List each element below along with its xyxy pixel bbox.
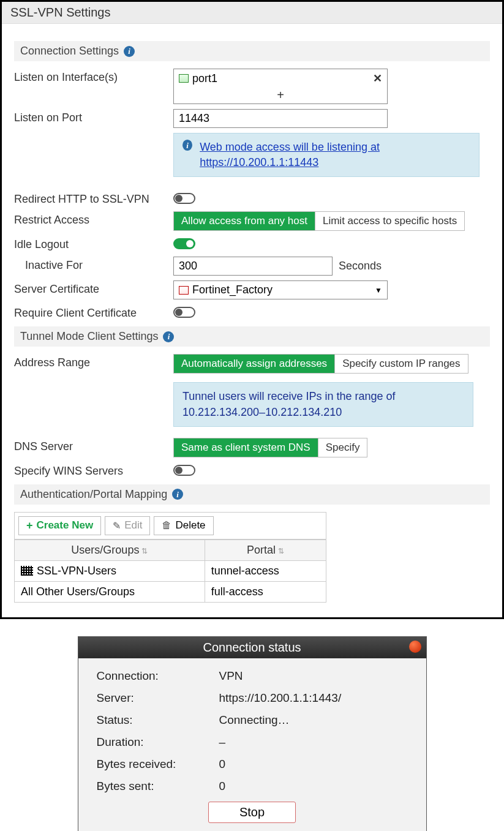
redirect-http-toggle[interactable] [173,193,195,204]
dns-specify-option[interactable]: Specify [318,438,367,457]
dns-server-segment: Same as client system DNS Specify [173,438,367,457]
seconds-unit: Seconds [339,260,382,273]
interface-chip-label: port1 [192,72,217,85]
info-icon[interactable]: i [124,46,135,57]
sort-icon: ⇅ [141,547,148,555]
section-connection-settings: Connection Settings i [14,41,490,61]
label-require-client-cert: Require Client Certificate [14,304,173,320]
require-client-cert-toggle[interactable] [173,307,195,318]
dns-same-option[interactable]: Same as client system DNS [174,438,318,457]
edit-button[interactable]: ✎ Edit [105,516,150,535]
group-icon [21,566,33,576]
section-tunnel-label: Tunnel Mode Client Settings [20,330,158,343]
conn-duration-label: Duration: [97,735,219,749]
address-auto-option[interactable]: Automatically assign addresses [174,355,334,373]
label-inactive-for: Inactive For [14,257,173,272]
connection-status-dialog: Connection status Connection: VPN Server… [78,636,427,831]
tunnel-range-banner: Tunnel users will receive IPs in the ran… [173,382,473,426]
section-tunnel-settings: Tunnel Mode Client Settings i [14,326,490,347]
auth-mapping-table: Users/Groups⇅ Portal⇅ SSL-VPN-Users tunn… [14,540,326,603]
col-portal[interactable]: Portal⇅ [205,540,326,560]
chevron-down-icon: ▼ [375,286,382,295]
idle-logout-toggle[interactable] [173,238,195,249]
interface-icon [179,74,189,83]
tunnel-range-text: Tunnel users will receive IPs in the ran… [182,389,464,419]
specify-wins-toggle[interactable] [173,465,195,476]
conn-status-label: Status: [97,713,219,727]
address-custom-option[interactable]: Specify custom IP ranges [334,355,467,373]
panel-title: SSL-VPN Settings [2,2,502,24]
conn-bytes-tx-label: Bytes sent: [97,780,219,793]
conn-connection-label: Connection: [97,669,219,683]
dialog-title: Connection status [203,641,301,654]
col-users-groups[interactable]: Users/Groups⇅ [15,540,205,560]
inactive-seconds-input[interactable] [173,257,333,276]
info-icon[interactable]: i [172,489,183,500]
server-cert-select[interactable]: Fortinet_Factory ▼ [173,280,388,299]
certificate-icon [179,286,189,295]
label-idle-logout: Idle Logout [14,236,173,251]
server-cert-value: Fortinet_Factory [192,284,273,296]
conn-server-value: https://10.200.1.1:1443/ [219,691,342,705]
trash-icon: 🗑 [162,520,171,531]
conn-server-label: Server: [97,691,219,705]
create-new-button[interactable]: + Create New [18,516,101,535]
label-redirect-http: Redirect HTTP to SSL-VPN [14,190,173,206]
web-mode-info-banner: i Web mode access will be listening at h… [173,133,480,177]
close-icon[interactable] [409,641,421,653]
add-interface-button[interactable]: + [174,88,387,103]
info-icon[interactable]: i [163,331,174,342]
auth-toolbar: + Create New ✎ Edit 🗑 Delete [14,512,326,540]
listen-interface-box[interactable]: port1 ✕ + [173,69,388,104]
table-row[interactable]: All Other Users/Groups full-access [15,581,326,602]
section-connection-label: Connection Settings [20,45,119,58]
conn-duration-value: – [219,735,226,749]
restrict-access-segment: Allow access from any host Limit access … [173,211,465,231]
address-range-segment: Automatically assign addresses Specify c… [173,354,468,374]
label-address-range: Address Range [14,354,173,369]
label-listen-interface: Listen on Interface(s) [14,69,173,84]
label-restrict-access: Restrict Access [14,211,173,227]
sslvpn-settings-panel: SSL-VPN Settings Connection Settings i L… [0,0,504,619]
stop-button[interactable]: Stop [208,802,296,823]
conn-bytes-rx-label: Bytes received: [97,758,219,771]
restrict-limit-option[interactable]: Limit access to specific hosts [315,212,464,230]
pencil-icon: ✎ [113,520,121,532]
label-listen-port: Listen on Port [14,109,173,124]
conn-status-value: Connecting… [219,713,290,727]
sort-icon: ⇅ [278,547,284,555]
label-specify-wins: Specify WINS Servers [14,462,173,478]
info-icon: i [182,140,192,151]
remove-interface-icon[interactable]: ✕ [373,72,382,85]
web-mode-url-link[interactable]: Web mode access will be listening at htt… [200,141,380,168]
label-dns-server: DNS Server [14,438,173,453]
section-auth-label: Authentication/Portal Mapping [20,488,167,501]
conn-bytes-tx-value: 0 [219,780,226,793]
delete-button[interactable]: 🗑 Delete [154,516,213,535]
conn-connection-value: VPN [219,669,243,683]
dialog-titlebar: Connection status [78,637,426,658]
conn-bytes-rx-value: 0 [219,758,226,771]
listen-port-input[interactable] [173,109,388,128]
section-auth-mapping: Authentication/Portal Mapping i [14,484,490,505]
label-server-cert: Server Certificate [14,280,173,296]
table-row[interactable]: SSL-VPN-Users tunnel-access [15,560,326,581]
restrict-allow-any-option[interactable]: Allow access from any host [174,212,315,230]
plus-icon: + [26,519,33,532]
